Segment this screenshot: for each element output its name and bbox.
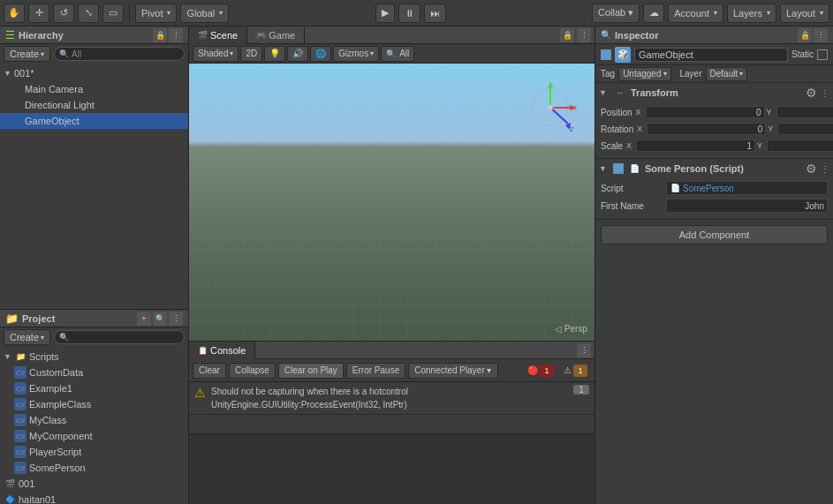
project-folder-scripts[interactable]: ▼ 📁 Scripts: [0, 349, 188, 365]
layout-btn[interactable]: Layout ▾: [780, 4, 829, 23]
global-btn[interactable]: Global ▾: [180, 4, 229, 23]
scene-icon-small: 🎬: [198, 31, 208, 40]
hierarchy-create-arrow: ▾: [41, 50, 44, 58]
rotation-y-input[interactable]: [777, 123, 833, 135]
hand-tool-btn[interactable]: ✋: [4, 4, 25, 23]
transform-menu-icon[interactable]: ⋮: [821, 88, 829, 98]
tab-scene[interactable]: 🎬 Scene: [189, 26, 247, 44]
project-item-haitan01[interactable]: 🔷 haitan01: [0, 492, 188, 504]
scene-viewport[interactable]: Y X Z ◁ Persp: [189, 64, 594, 341]
transform-component-header[interactable]: ▼ ↔ Transform ⚙ ⋮: [595, 83, 833, 102]
inspector-lock-btn[interactable]: 🔒: [798, 28, 812, 42]
shading-btn[interactable]: Shaded ▾: [193, 46, 239, 62]
collab-label: Collab ▾: [598, 7, 633, 19]
console-message-0[interactable]: ⚠ Should not be capturing when there is …: [189, 382, 594, 415]
pause-btn[interactable]: ⏸: [398, 4, 420, 23]
hierarchy-lock-btn[interactable]: 🔒: [153, 28, 167, 42]
tag-select[interactable]: Untagged ▾: [618, 67, 670, 81]
position-xyz: X Y Z: [636, 106, 833, 118]
firstname-input[interactable]: [666, 199, 828, 213]
scene-file-icon: 🎬: [4, 478, 16, 490]
hierarchy-item-gameobject[interactable]: GameObject: [0, 113, 188, 129]
project-items: ▼ 📁 Scripts C# CustomData C# Example1 C#…: [0, 347, 188, 504]
lights-btn[interactable]: 💡: [264, 46, 285, 62]
project-item-exampleclass[interactable]: C# ExampleClass: [0, 396, 188, 412]
hierarchy-menu-btn[interactable]: ⋮: [169, 28, 183, 42]
project-item-playerscript[interactable]: C# PlayerScript: [0, 444, 188, 460]
rotation-x-input[interactable]: [647, 123, 766, 135]
console-connected-btn[interactable]: Connected Player ▾: [408, 363, 497, 379]
project-item-customdata[interactable]: C# CustomData: [0, 365, 188, 380]
hierarchy-item-directional-light[interactable]: Directional Light: [0, 97, 188, 113]
2d-btn[interactable]: 2D: [240, 46, 262, 62]
layer-select[interactable]: Default ▾: [706, 67, 748, 81]
position-x-input[interactable]: [646, 106, 765, 118]
position-y-item: Y: [767, 106, 833, 118]
some-person-settings-icon[interactable]: ⚙: [806, 162, 817, 176]
static-checkbox[interactable]: [817, 49, 828, 60]
transform-fields: Position X Y Z: [595, 102, 833, 158]
project-search-btn[interactable]: 🔍: [153, 312, 167, 326]
cloud-btn[interactable]: ☁: [643, 4, 664, 23]
hierarchy-root-item[interactable]: ▼ 001*: [0, 65, 188, 81]
console-tab-icons: ⋮: [577, 343, 594, 357]
project-item-myclass[interactable]: C# MyClass: [0, 412, 188, 428]
console-clear-btn[interactable]: Clear: [193, 363, 226, 379]
hierarchy-item-main-camera[interactable]: Main Camera: [0, 81, 188, 97]
tab-game[interactable]: 🎮 Game: [247, 26, 305, 44]
scale-x-input[interactable]: [636, 139, 755, 152]
shading-arrow: ▾: [230, 49, 233, 57]
console-clear-on-play-btn[interactable]: Clear on Play: [278, 363, 344, 379]
position-y-input[interactable]: [776, 106, 833, 118]
scale-y-input[interactable]: [767, 139, 833, 152]
root-item-label: 001*: [14, 68, 34, 79]
account-btn[interactable]: Account ▾: [668, 4, 723, 23]
console-menu-btn[interactable]: ⋮: [577, 343, 591, 357]
console-collapse-btn[interactable]: Collapse: [229, 363, 276, 379]
inspector-header-icons: 🔒 ⋮: [798, 28, 828, 42]
gameobject-name-field[interactable]: [634, 48, 788, 62]
hierarchy-create-btn[interactable]: Create ▾: [4, 46, 50, 62]
step-btn[interactable]: ⏭: [424, 4, 446, 23]
project-item-mycomponent[interactable]: C# MyComponent: [0, 428, 188, 444]
inspector-panel: 🔍 Inspector 🔒 ⋮ 🎲 Static Tag Untagged ▾ …: [594, 26, 833, 504]
project-item-example1[interactable]: C# Example1: [0, 380, 188, 396]
audio-btn[interactable]: 🔊: [287, 46, 308, 62]
layers-label: Layers: [733, 8, 762, 19]
project-add-btn[interactable]: +: [137, 312, 151, 326]
some-person-enabled[interactable]: [613, 163, 624, 174]
scene-menu-btn[interactable]: ⋮: [577, 28, 591, 42]
scale-tool-btn[interactable]: ⤡: [78, 4, 99, 23]
rotate-tool-btn[interactable]: ↺: [53, 4, 74, 23]
collab-btn[interactable]: Collab ▾: [592, 4, 640, 23]
rot-y-label: Y: [768, 124, 776, 133]
skybox-btn[interactable]: 🌐: [310, 46, 331, 62]
global-label: Global: [186, 8, 215, 19]
some-person-menu-icon[interactable]: ⋮: [821, 164, 829, 174]
scene-search-btn[interactable]: 🔍 All: [381, 46, 414, 62]
console-error-pause-btn[interactable]: Error Pause: [346, 363, 405, 379]
move-tool-btn[interactable]: ✛: [28, 4, 49, 23]
gameobject-enabled-checkbox[interactable]: [601, 49, 611, 60]
some-person-component: ▼ 📄 Some Person (Script) ⚙ ⋮ Script 📄 So…: [595, 159, 833, 220]
project-item-someperson[interactable]: C# SomePerson: [0, 460, 188, 476]
add-component-btn[interactable]: Add Component: [601, 225, 828, 244]
pivot-btn[interactable]: Pivot ▾: [135, 4, 177, 23]
gizmos-btn[interactable]: Gizmos ▾: [333, 46, 379, 62]
play-btn[interactable]: ▶: [375, 4, 395, 23]
console-tabs: 📋 Console ⋮: [189, 342, 594, 359]
some-person-component-header[interactable]: ▼ 📄 Some Person (Script) ⚙ ⋮: [595, 159, 833, 178]
script-field-label: Script: [601, 184, 663, 193]
inspector-menu-btn[interactable]: ⋮: [814, 28, 828, 42]
transform-settings-icon[interactable]: ⚙: [806, 86, 817, 100]
layers-btn[interactable]: Layers ▾: [727, 4, 776, 23]
rect-tool-btn[interactable]: ▭: [102, 4, 124, 23]
audio-icon: 🔊: [292, 49, 303, 58]
tab-console[interactable]: 📋 Console: [189, 342, 255, 359]
scene-lock-btn[interactable]: 🔒: [560, 28, 574, 42]
project-create-btn[interactable]: Create ▾: [4, 329, 50, 345]
project-menu-btn[interactable]: ⋮: [169, 312, 183, 326]
project-item-001-scene[interactable]: 🎬 001: [0, 476, 188, 492]
some-person-fields: Script 📄 SomePerson First Name: [595, 178, 833, 219]
firstname-label: First Name: [601, 201, 663, 211]
